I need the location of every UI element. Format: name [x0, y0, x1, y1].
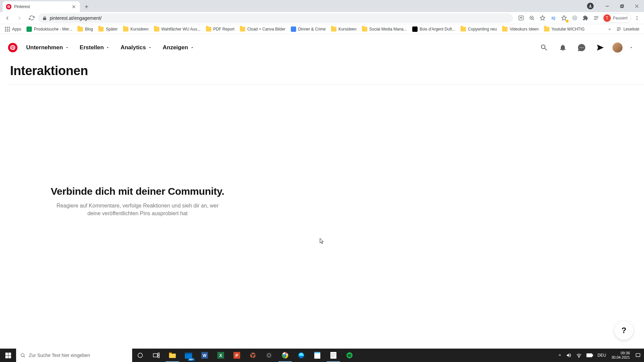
bookmark-label: Kursideen — [338, 27, 357, 32]
bell-icon[interactable] — [555, 40, 571, 56]
svg-rect-12 — [9, 27, 10, 28]
taskbar-obs-icon[interactable] — [261, 349, 277, 362]
nav-erstellen[interactable]: Erstellen — [76, 42, 114, 54]
profile-chip[interactable]: T Pausiert — [602, 13, 631, 23]
apps-shortcut[interactable]: Apps — [3, 25, 23, 33]
svg-point-7 — [637, 16, 638, 17]
system-tray: DEU 09:36 30.04.2021 — [556, 349, 644, 362]
pinterest-logo[interactable] — [8, 43, 17, 52]
close-window-button[interactable] — [629, 1, 644, 11]
divider — [7, 84, 644, 84]
reading-list-button[interactable]: Leseliste — [614, 25, 641, 33]
page-content: Unternehmen Erstellen Analytics Anzeigen… — [0, 34, 644, 349]
bookmark-item[interactable]: Youtube WICHTIG — [542, 25, 587, 33]
forward-button[interactable] — [14, 13, 25, 23]
bookmark-item[interactable]: Cload + Canva Bilder — [238, 25, 287, 33]
svg-rect-25 — [153, 354, 157, 357]
search-icon[interactable] — [536, 40, 552, 56]
bookmark-item[interactable]: Blog — [75, 25, 95, 33]
minimize-button[interactable] — [600, 1, 614, 11]
account-menu-caret[interactable] — [627, 43, 636, 52]
taskbar-excel-icon[interactable]: X — [213, 349, 229, 362]
back-button[interactable] — [2, 13, 13, 23]
maximize-button[interactable] — [614, 1, 629, 11]
taskbar-word-icon[interactable]: W — [197, 349, 213, 362]
svg-rect-26 — [158, 353, 159, 355]
notifications-icon[interactable] — [633, 349, 643, 362]
taskbar-explorer-icon[interactable] — [164, 349, 180, 362]
bookmark-item[interactable]: Videokurs Ideen — [500, 25, 541, 33]
iq-extension-icon[interactable]: IQ — [548, 13, 558, 23]
cortana-icon[interactable] — [132, 349, 148, 362]
new-tab-button[interactable] — [82, 2, 91, 11]
wifi-icon[interactable] — [574, 349, 584, 362]
taskbar-app-icon[interactable] — [245, 349, 261, 362]
clock[interactable]: 09:36 30.04.2021 — [609, 351, 633, 360]
bookmark-item[interactable]: Bois d'Argent Duft... — [410, 25, 457, 33]
cursor-icon — [320, 238, 324, 244]
bookmark-item[interactable]: Kursideen — [121, 25, 151, 33]
share-icon[interactable] — [516, 13, 526, 23]
bookmark-item[interactable]: Wahlfächer WU Aus... — [152, 25, 203, 33]
volume-icon[interactable] — [564, 349, 574, 362]
taskbar-search[interactable]: Zur Suche Text hier eingeben — [16, 349, 132, 362]
star-icon[interactable] — [538, 13, 548, 23]
svg-point-40 — [266, 352, 272, 358]
taskbar-chrome-icon[interactable] — [277, 349, 293, 362]
svg-rect-16 — [5, 31, 6, 32]
taskbar-notepad-icon[interactable] — [309, 349, 325, 362]
bookmark-item[interactable]: Produktsuche - Mer... — [24, 25, 74, 33]
bookmark-item[interactable]: Social Media Mana... — [360, 25, 409, 33]
language-indicator[interactable]: DEU — [596, 349, 608, 362]
chrome-account-icon[interactable] — [587, 3, 594, 9]
bookmark-label: Dinner & Crime — [298, 27, 326, 32]
zoom-icon[interactable] — [527, 13, 537, 23]
user-avatar[interactable] — [612, 43, 623, 53]
send-icon[interactable] — [592, 40, 608, 56]
search-placeholder: Zur Suche Text hier eingeben — [29, 353, 90, 358]
nav-unternehmen[interactable]: Unternehmen — [22, 42, 73, 54]
bookmarks-overflow[interactable]: » — [606, 25, 613, 33]
folder-icon — [77, 26, 83, 32]
task-view-icon[interactable] — [148, 349, 164, 362]
taskbar-edge-icon[interactable] — [293, 349, 309, 362]
extensions-icon[interactable] — [581, 13, 591, 23]
svg-rect-13 — [5, 28, 6, 29]
svg-rect-21 — [5, 356, 8, 358]
reading-list-icon[interactable] — [591, 13, 601, 23]
pin-extension-icon[interactable] — [559, 13, 569, 23]
bookmark-item[interactable]: Später — [96, 25, 119, 33]
bookmark-item[interactable]: Copywriting neu — [459, 25, 499, 33]
empty-state: Verbinde dich mit deiner Community. Reag… — [0, 186, 275, 217]
nav-analytics[interactable]: Analytics — [116, 42, 156, 54]
close-tab-icon[interactable] — [71, 4, 76, 9]
circle-extension-icon[interactable] — [570, 13, 580, 23]
browser-tab[interactable]: Pinterest — [3, 1, 80, 12]
svg-rect-48 — [330, 352, 336, 359]
lock-icon — [42, 16, 47, 20]
chrome-menu-icon[interactable] — [632, 13, 642, 23]
battery-icon[interactable] — [584, 349, 595, 362]
taskbar-spotify-icon[interactable] — [341, 349, 358, 362]
search-icon — [20, 353, 25, 358]
bookmark-label: Social Media Mana... — [369, 27, 407, 32]
taskbar-powerpoint-icon[interactable]: P — [229, 349, 245, 362]
reading-list-icon — [616, 26, 622, 32]
start-button[interactable] — [0, 349, 16, 362]
reload-button[interactable] — [26, 13, 37, 23]
bookmark-item[interactable]: Kursideen — [329, 25, 359, 33]
help-button[interactable]: ? — [614, 321, 633, 340]
omnibox[interactable]: pinterest.at/engagement/ — [38, 13, 513, 23]
taskbar-calendar-icon[interactable]: 99+ — [180, 349, 197, 362]
nav-anzeigen[interactable]: Anzeigen — [159, 42, 198, 54]
folder-icon — [123, 26, 128, 32]
folder-icon — [206, 26, 211, 32]
bookmark-item[interactable]: Dinner & Crime — [289, 25, 328, 33]
bookmark-item[interactable]: PDF Report — [204, 25, 236, 33]
tray-overflow-icon[interactable] — [556, 349, 564, 362]
svg-rect-2 — [621, 5, 624, 7]
taskbar-notes-icon[interactable] — [325, 349, 341, 362]
bookmark-label: Wahlfächer WU Aus... — [161, 27, 201, 32]
svg-point-23 — [21, 354, 24, 357]
chat-icon[interactable] — [574, 40, 590, 56]
